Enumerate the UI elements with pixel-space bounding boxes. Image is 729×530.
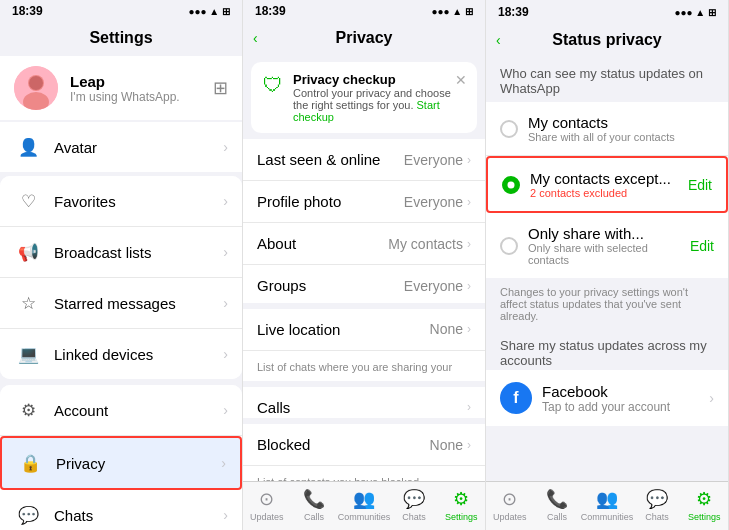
- communities-icon-3: 👥: [596, 488, 618, 510]
- favorites-chevron: ›: [223, 193, 228, 209]
- groups-row[interactable]: Groups Everyone ›: [243, 265, 485, 303]
- broadcast-label: Broadcast lists: [54, 244, 211, 261]
- favorites-label: Favorites: [54, 193, 211, 210]
- privacy-section-2: Live location None › List of chats where…: [243, 309, 485, 381]
- my-contacts-except-edit-btn[interactable]: Edit: [688, 177, 712, 193]
- profile-info: Leap I'm using WhatsApp.: [70, 73, 201, 104]
- nav-chats-3[interactable]: 💬 Chats: [633, 486, 680, 524]
- my-contacts-except-text: My contacts except... 2 contacts exclude…: [530, 170, 688, 199]
- privacy-icon: 🔒: [16, 449, 44, 477]
- my-contacts-radio: [500, 120, 518, 138]
- only-share-title: Only share with...: [528, 225, 690, 242]
- broadcast-chevron: ›: [223, 244, 228, 260]
- chats-nav-label-3: Chats: [645, 512, 669, 522]
- broadcast-icon: 📢: [14, 238, 42, 266]
- account-item[interactable]: ⚙ Account ›: [0, 385, 242, 436]
- last-seen-chevron: ›: [467, 153, 471, 167]
- blocked-row[interactable]: Blocked None ›: [243, 424, 485, 466]
- privacy-section-1: Last seen & online Everyone › Profile ph…: [243, 139, 485, 303]
- menu-group-3: ⚙ Account › 🔒 Privacy › 💬 Chats › 🔔 Noti…: [0, 385, 242, 530]
- calls-label-3: Calls: [547, 512, 567, 522]
- privacy-chevron: ›: [221, 455, 226, 471]
- blocked-label: Blocked: [257, 436, 430, 453]
- nav-settings-3[interactable]: ⚙ Settings: [681, 486, 728, 524]
- chats-item[interactable]: 💬 Chats ›: [0, 490, 242, 530]
- privacy-item[interactable]: 🔒 Privacy ›: [0, 436, 242, 490]
- settings-panel: 18:39 ●●● ▲ ⊞ Settings Leap I'm using Wh…: [0, 0, 243, 530]
- settings-nav-icon-3: ⚙: [696, 488, 712, 510]
- my-contacts-except-title: My contacts except...: [530, 170, 688, 187]
- avatar: [14, 66, 58, 110]
- live-location-sub-text: List of chats where you are sharing your…: [257, 361, 452, 381]
- nav-calls-2[interactable]: 📞 Calls: [290, 486, 337, 524]
- banner-text: Privacy checkup Control your privacy and…: [293, 72, 465, 123]
- nav-updates-3[interactable]: ⊙ Updates: [486, 486, 533, 524]
- profile-photo-chevron: ›: [467, 195, 471, 209]
- starred-chevron: ›: [223, 295, 228, 311]
- status-back-btn[interactable]: ‹: [496, 32, 501, 48]
- svg-point-3: [29, 76, 43, 90]
- calls-label: Calls: [257, 399, 467, 416]
- nav-communities-2[interactable]: 👥 Communities: [338, 486, 391, 524]
- only-share-edit-btn[interactable]: Edit: [690, 238, 714, 254]
- nav-calls-3[interactable]: 📞 Calls: [533, 486, 580, 524]
- updates-icon-2: ⊙: [259, 488, 274, 510]
- about-row[interactable]: About My contacts ›: [243, 223, 485, 265]
- broadcast-item[interactable]: 📢 Broadcast lists ›: [0, 227, 242, 278]
- blocked-sub: List of contacts you have blocked.: [243, 466, 485, 481]
- time-2: 18:39: [255, 4, 286, 18]
- signal-icons-2: ●●● ▲ ⊞: [431, 6, 473, 17]
- status-options: My contacts Share with all of your conta…: [486, 102, 728, 278]
- avatar-item[interactable]: 👤 Avatar ›: [0, 122, 242, 172]
- changes-note-text: Changes to your privacy settings won't a…: [500, 286, 688, 322]
- favorites-item[interactable]: ♡ Favorites ›: [0, 176, 242, 227]
- only-share-text: Only share with... Only share with selec…: [528, 225, 690, 266]
- time-3: 18:39: [498, 5, 529, 19]
- only-share-option[interactable]: Only share with... Only share with selec…: [486, 213, 728, 278]
- banner-close-btn[interactable]: ✕: [455, 72, 467, 88]
- profile-photo-row[interactable]: Profile photo Everyone ›: [243, 181, 485, 223]
- privacy-header: ‹ Privacy: [243, 20, 485, 56]
- live-location-row[interactable]: Live location None ›: [243, 309, 485, 351]
- banner-title: Privacy checkup: [293, 72, 465, 87]
- section-3: ⚙ Account › 🔒 Privacy › 💬 Chats › 🔔 Noti…: [0, 385, 242, 530]
- nav-updates-2[interactable]: ⊙ Updates: [243, 486, 290, 524]
- status-desc: Who can see my status updates on WhatsAp…: [486, 58, 728, 102]
- groups-chevron: ›: [467, 279, 471, 293]
- calls-row[interactable]: Calls ›: [243, 387, 485, 419]
- nav-settings-2[interactable]: ⚙ Settings: [438, 486, 485, 524]
- privacy-section-4: Blocked None › List of contacts you have…: [243, 424, 485, 481]
- my-contacts-option[interactable]: My contacts Share with all of your conta…: [486, 102, 728, 156]
- privacy-back-btn[interactable]: ‹: [253, 30, 258, 46]
- bottom-nav-3: ⊙ Updates 📞 Calls 👥 Communities 💬 Chats …: [486, 481, 728, 530]
- profile-row[interactable]: Leap I'm using WhatsApp. ⊞: [0, 56, 242, 120]
- nav-chats-2[interactable]: 💬 Chats: [390, 486, 437, 524]
- status-privacy-header: ‹ Status privacy: [486, 22, 728, 58]
- linked-item[interactable]: 💻 Linked devices ›: [0, 329, 242, 379]
- linked-label: Linked devices: [54, 346, 211, 363]
- account-chevron: ›: [223, 402, 228, 418]
- linked-chevron: ›: [223, 346, 228, 362]
- updates-label-3: Updates: [493, 512, 527, 522]
- last-seen-row[interactable]: Last seen & online Everyone ›: [243, 139, 485, 181]
- last-seen-label: Last seen & online: [257, 151, 404, 168]
- avatar-label: Avatar: [54, 139, 211, 156]
- last-seen-value: Everyone: [404, 152, 463, 168]
- calls-icon-3: 📞: [546, 488, 568, 510]
- nav-communities-3[interactable]: 👥 Communities: [581, 486, 634, 524]
- my-contacts-except-option[interactable]: My contacts except... 2 contacts exclude…: [486, 156, 728, 213]
- chats-icon: 💬: [14, 501, 42, 529]
- banner-cta[interactable]: Start checkup: [293, 99, 440, 123]
- chats-chevron: ›: [223, 507, 228, 523]
- qr-icon[interactable]: ⊞: [213, 77, 228, 99]
- my-contacts-text: My contacts Share with all of your conta…: [528, 114, 714, 143]
- settings-nav-label-3: Settings: [688, 512, 721, 522]
- starred-item[interactable]: ☆ Starred messages ›: [0, 278, 242, 329]
- settings-header: Settings: [0, 20, 242, 56]
- my-contacts-title: My contacts: [528, 114, 714, 131]
- only-share-radio: [500, 237, 518, 255]
- facebook-row[interactable]: f Facebook Tap to add your account ›: [486, 370, 728, 426]
- groups-label: Groups: [257, 277, 404, 294]
- banner-shield-icon: 🛡: [263, 74, 283, 97]
- groups-value: Everyone: [404, 278, 463, 294]
